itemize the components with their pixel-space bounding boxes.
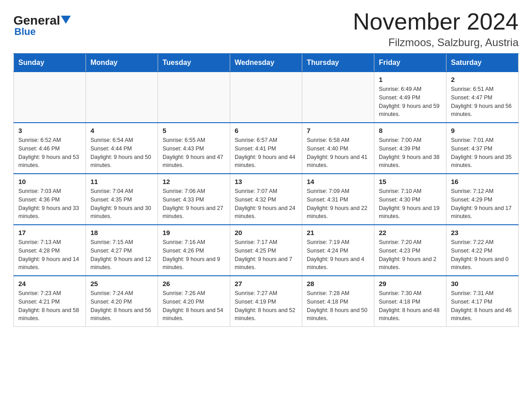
- day-number: 1: [379, 76, 442, 83]
- calendar-cell-w3-d3: 12Sunrise: 7:06 AMSunset: 4:33 PMDayligh…: [158, 174, 230, 225]
- calendar-cell-w3-d7: 16Sunrise: 7:12 AMSunset: 4:29 PMDayligh…: [446, 174, 519, 225]
- day-number: 13: [235, 178, 297, 185]
- day-number: 14: [307, 178, 369, 185]
- calendar-cell-w1-d2: [86, 72, 158, 123]
- day-info: Sunrise: 7:28 AMSunset: 4:18 PMDaylight:…: [307, 289, 369, 323]
- day-info: Sunrise: 7:04 AMSunset: 4:35 PMDaylight:…: [90, 187, 153, 221]
- day-number: 6: [235, 127, 297, 134]
- day-info: Sunrise: 6:49 AMSunset: 4:49 PMDaylight:…: [379, 85, 442, 119]
- day-info: Sunrise: 7:23 AMSunset: 4:21 PMDaylight:…: [18, 289, 81, 323]
- calendar-cell-w1-d5: [302, 72, 374, 123]
- calendar-cell-w3-d6: 15Sunrise: 7:10 AMSunset: 4:30 PMDayligh…: [374, 174, 446, 225]
- day-info: Sunrise: 6:55 AMSunset: 4:43 PMDaylight:…: [163, 136, 225, 170]
- calendar-cell-w4-d7: 23Sunrise: 7:22 AMSunset: 4:22 PMDayligh…: [446, 225, 519, 276]
- calendar-title: November 2024: [353, 9, 519, 34]
- day-number: 29: [379, 280, 442, 287]
- day-number: 5: [163, 127, 225, 134]
- day-info: Sunrise: 7:00 AMSunset: 4:39 PMDaylight:…: [379, 136, 442, 170]
- title-block: November 2024 Filzmoos, Salzburg, Austri…: [353, 9, 519, 49]
- weekday-header-sunday: Sunday: [14, 54, 86, 72]
- calendar-cell-w5-d5: 28Sunrise: 7:28 AMSunset: 4:18 PMDayligh…: [302, 276, 374, 327]
- day-info: Sunrise: 7:03 AMSunset: 4:36 PMDaylight:…: [18, 187, 81, 221]
- day-number: 27: [235, 280, 297, 287]
- day-info: Sunrise: 7:31 AMSunset: 4:17 PMDaylight:…: [451, 289, 514, 323]
- day-number: 25: [90, 280, 153, 287]
- calendar-cell-w2-d5: 7Sunrise: 6:58 AMSunset: 4:40 PMDaylight…: [302, 123, 374, 174]
- day-info: Sunrise: 6:52 AMSunset: 4:46 PMDaylight:…: [18, 136, 81, 170]
- calendar-cell-w1-d7: 2Sunrise: 6:51 AMSunset: 4:47 PMDaylight…: [446, 72, 519, 123]
- day-number: 28: [307, 280, 369, 287]
- day-info: Sunrise: 7:10 AMSunset: 4:30 PMDaylight:…: [379, 187, 442, 221]
- day-number: 18: [90, 229, 153, 236]
- day-info: Sunrise: 7:26 AMSunset: 4:20 PMDaylight:…: [163, 289, 225, 323]
- day-number: 4: [90, 127, 153, 134]
- calendar-cell-w5-d2: 25Sunrise: 7:24 AMSunset: 4:20 PMDayligh…: [86, 276, 158, 327]
- day-number: 2: [451, 76, 514, 83]
- logo: General Blue: [13, 13, 71, 38]
- calendar-cell-w4-d6: 22Sunrise: 7:20 AMSunset: 4:23 PMDayligh…: [374, 225, 446, 276]
- calendar-cell-w1-d3: [158, 72, 230, 123]
- logo-blue-text: Blue: [14, 26, 36, 38]
- day-number: 24: [18, 280, 81, 287]
- day-number: 17: [18, 229, 81, 236]
- calendar-cell-w2-d7: 9Sunrise: 7:01 AMSunset: 4:37 PMDaylight…: [446, 123, 519, 174]
- calendar-cell-w5-d3: 26Sunrise: 7:26 AMSunset: 4:20 PMDayligh…: [158, 276, 230, 327]
- day-info: Sunrise: 6:51 AMSunset: 4:47 PMDaylight:…: [451, 85, 514, 119]
- day-number: 12: [163, 178, 225, 185]
- day-info: Sunrise: 7:07 AMSunset: 4:32 PMDaylight:…: [235, 187, 297, 221]
- day-info: Sunrise: 7:15 AMSunset: 4:27 PMDaylight:…: [90, 238, 153, 272]
- day-number: 26: [163, 280, 225, 287]
- day-number: 20: [235, 229, 297, 236]
- day-info: Sunrise: 7:16 AMSunset: 4:26 PMDaylight:…: [163, 238, 225, 272]
- day-number: 21: [307, 229, 369, 236]
- calendar-cell-w4-d2: 18Sunrise: 7:15 AMSunset: 4:27 PMDayligh…: [86, 225, 158, 276]
- calendar-cell-w5-d1: 24Sunrise: 7:23 AMSunset: 4:21 PMDayligh…: [14, 276, 86, 327]
- day-info: Sunrise: 7:12 AMSunset: 4:29 PMDaylight:…: [451, 187, 514, 221]
- weekday-header-wednesday: Wednesday: [230, 54, 302, 72]
- calendar-cell-w1-d1: [14, 72, 86, 123]
- day-info: Sunrise: 7:24 AMSunset: 4:20 PMDaylight:…: [90, 289, 153, 323]
- day-info: Sunrise: 7:19 AMSunset: 4:24 PMDaylight:…: [307, 238, 369, 272]
- weekday-header-friday: Friday: [374, 54, 446, 72]
- header: General Blue November 2024 Filzmoos, Sal…: [13, 9, 519, 49]
- day-number: 8: [379, 127, 442, 134]
- day-info: Sunrise: 7:30 AMSunset: 4:18 PMDaylight:…: [379, 289, 442, 323]
- day-number: 19: [163, 229, 225, 236]
- day-number: 10: [18, 178, 81, 185]
- day-info: Sunrise: 7:17 AMSunset: 4:25 PMDaylight:…: [235, 238, 297, 272]
- day-number: 3: [18, 127, 81, 134]
- calendar-cell-w4-d4: 20Sunrise: 7:17 AMSunset: 4:25 PMDayligh…: [230, 225, 302, 276]
- day-info: Sunrise: 7:01 AMSunset: 4:37 PMDaylight:…: [451, 136, 514, 170]
- calendar-week-2: 3Sunrise: 6:52 AMSunset: 4:46 PMDaylight…: [14, 123, 519, 174]
- calendar-cell-w1-d4: [230, 72, 302, 123]
- svg-marker-0: [61, 16, 71, 24]
- calendar-table: SundayMondayTuesdayWednesdayThursdayFrid…: [13, 53, 519, 327]
- calendar-cell-w2-d2: 4Sunrise: 6:54 AMSunset: 4:44 PMDaylight…: [86, 123, 158, 174]
- weekday-header-monday: Monday: [86, 54, 158, 72]
- calendar-subtitle: Filzmoos, Salzburg, Austria: [353, 36, 519, 49]
- calendar-cell-w4-d1: 17Sunrise: 7:13 AMSunset: 4:28 PMDayligh…: [14, 225, 86, 276]
- calendar-cell-w5-d6: 29Sunrise: 7:30 AMSunset: 4:18 PMDayligh…: [374, 276, 446, 327]
- day-number: 7: [307, 127, 369, 134]
- day-info: Sunrise: 7:13 AMSunset: 4:28 PMDaylight:…: [18, 238, 81, 272]
- calendar-cell-w3-d1: 10Sunrise: 7:03 AMSunset: 4:36 PMDayligh…: [14, 174, 86, 225]
- weekday-header-tuesday: Tuesday: [158, 54, 230, 72]
- calendar-cell-w4-d5: 21Sunrise: 7:19 AMSunset: 4:24 PMDayligh…: [302, 225, 374, 276]
- weekday-header-row: SundayMondayTuesdayWednesdayThursdayFrid…: [14, 54, 519, 72]
- calendar-week-1: 1Sunrise: 6:49 AMSunset: 4:49 PMDaylight…: [14, 72, 519, 123]
- day-number: 22: [379, 229, 442, 236]
- calendar-cell-w2-d1: 3Sunrise: 6:52 AMSunset: 4:46 PMDaylight…: [14, 123, 86, 174]
- calendar-cell-w2-d4: 6Sunrise: 6:57 AMSunset: 4:41 PMDaylight…: [230, 123, 302, 174]
- day-info: Sunrise: 7:09 AMSunset: 4:31 PMDaylight:…: [307, 187, 369, 221]
- day-info: Sunrise: 7:22 AMSunset: 4:22 PMDaylight:…: [451, 238, 514, 272]
- weekday-header-thursday: Thursday: [302, 54, 374, 72]
- day-number: 23: [451, 229, 514, 236]
- calendar-cell-w2-d3: 5Sunrise: 6:55 AMSunset: 4:43 PMDaylight…: [158, 123, 230, 174]
- day-info: Sunrise: 6:57 AMSunset: 4:41 PMDaylight:…: [235, 136, 297, 170]
- calendar-cell-w5-d7: 30Sunrise: 7:31 AMSunset: 4:17 PMDayligh…: [446, 276, 519, 327]
- calendar-week-5: 24Sunrise: 7:23 AMSunset: 4:21 PMDayligh…: [14, 276, 519, 327]
- logo-triangle-icon: [61, 16, 71, 24]
- weekday-header-saturday: Saturday: [446, 54, 519, 72]
- day-info: Sunrise: 7:06 AMSunset: 4:33 PMDaylight:…: [163, 187, 225, 221]
- calendar-cell-w4-d3: 19Sunrise: 7:16 AMSunset: 4:26 PMDayligh…: [158, 225, 230, 276]
